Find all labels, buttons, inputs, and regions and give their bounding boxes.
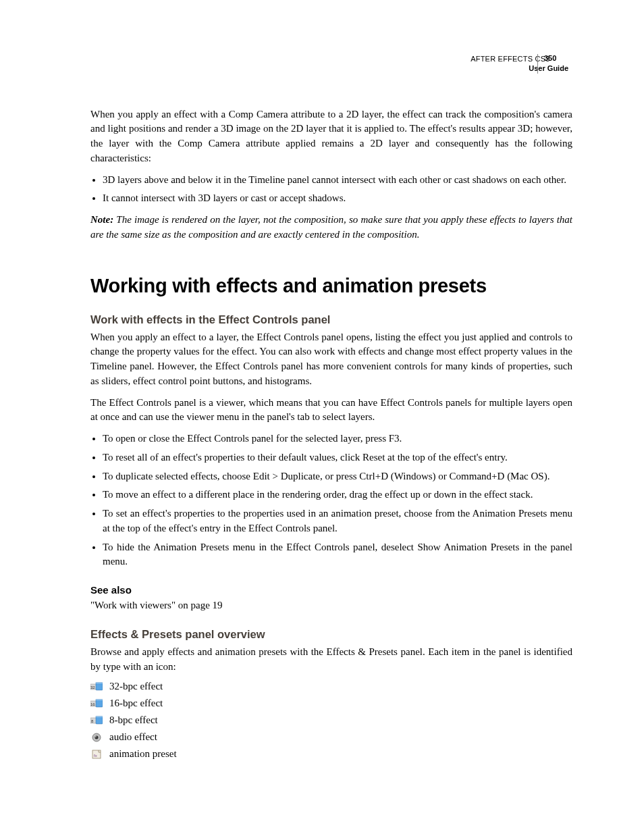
32-bpc-effect-icon: 32 (90, 682, 103, 692)
svg-text:16: 16 (90, 702, 95, 706)
list-item: It cannot intersect with 3D layers or ca… (103, 191, 572, 206)
list-item: To duplicate selected effects, choose Ed… (103, 469, 572, 484)
list-item: 3D layers above and below it in the Time… (103, 173, 572, 188)
svg-text:fx: fx (94, 754, 97, 758)
icon-label: 8-bpc effect (109, 714, 158, 726)
svg-rect-3 (96, 682, 103, 683)
svg-text:32: 32 (90, 685, 95, 689)
audio-effect-icon (90, 733, 103, 742)
icon-row-8bpc: 8 8-bpc effect (90, 714, 572, 726)
list-item: To open or close the Effect Controls pan… (103, 432, 572, 446)
header-text-block: AFTER EFFECTS CS3 000 User Guide (471, 54, 572, 74)
page-number: 350 (540, 54, 556, 62)
topic-title: Work with effects in the Effect Controls… (90, 313, 572, 326)
see-also-heading: See also (90, 584, 572, 596)
icon-row-audio: audio effect (90, 731, 572, 743)
intro-paragraph: When you apply an effect with a Comp Cam… (90, 107, 572, 166)
list-item: To move an effect to a different place i… (103, 488, 572, 502)
see-also-link[interactable]: "Work with viewers" on page 19 (90, 598, 572, 613)
header-divider (537, 54, 538, 74)
topic1-p1: When you apply an effect to a layer, the… (90, 330, 572, 389)
topic-title: Effects & Presets panel overview (90, 628, 572, 641)
icon-label: 32-bpc effect (109, 681, 163, 692)
svg-point-13 (95, 735, 99, 739)
section-title: Working with effects and animation prese… (90, 275, 572, 297)
svg-rect-11 (96, 716, 103, 717)
page-container: AFTER EFFECTS CS3 000 User Guide 350 Whe… (0, 0, 644, 833)
icon-label: animation preset (109, 748, 177, 760)
icon-type-list: 32 32-bpc effect 16 16-bpc effect (90, 681, 572, 760)
topic2-p1: Browse and apply effects and animation p… (90, 645, 572, 675)
list-item: To reset all of an effect's properties t… (103, 450, 572, 465)
16-bpc-effect-icon: 16 (90, 699, 103, 708)
icon-row-32bpc: 32 32-bpc effect (90, 681, 572, 692)
list-item: To set an effect's properties to the pro… (103, 506, 572, 536)
icon-label: audio effect (109, 731, 157, 743)
svg-rect-7 (96, 699, 103, 700)
note-label: Note: (90, 214, 113, 225)
intro-bullet-list: 3D layers above and below it in the Time… (90, 173, 572, 207)
svg-point-14 (95, 736, 97, 737)
topic1-bullet-list: To open or close the Effect Controls pan… (90, 432, 572, 569)
icon-label: 16-bpc effect (109, 698, 163, 709)
note-body: The image is rendered on the layer, not … (90, 214, 572, 240)
guide-label: User Guide (529, 64, 568, 72)
note-paragraph: Note: The image is rendered on the layer… (90, 213, 572, 242)
topic1-p2: The Effect Controls panel is a viewer, w… (90, 396, 572, 425)
icon-row-16bpc: 16 16-bpc effect (90, 698, 572, 709)
list-item: To hide the Animation Presets menu in th… (103, 540, 572, 570)
page-header: AFTER EFFECTS CS3 000 User Guide 350 (90, 54, 572, 74)
animation-preset-icon: fx (90, 750, 103, 759)
8-bpc-effect-icon: 8 (90, 716, 103, 725)
icon-row-preset: fx animation preset (90, 748, 572, 760)
